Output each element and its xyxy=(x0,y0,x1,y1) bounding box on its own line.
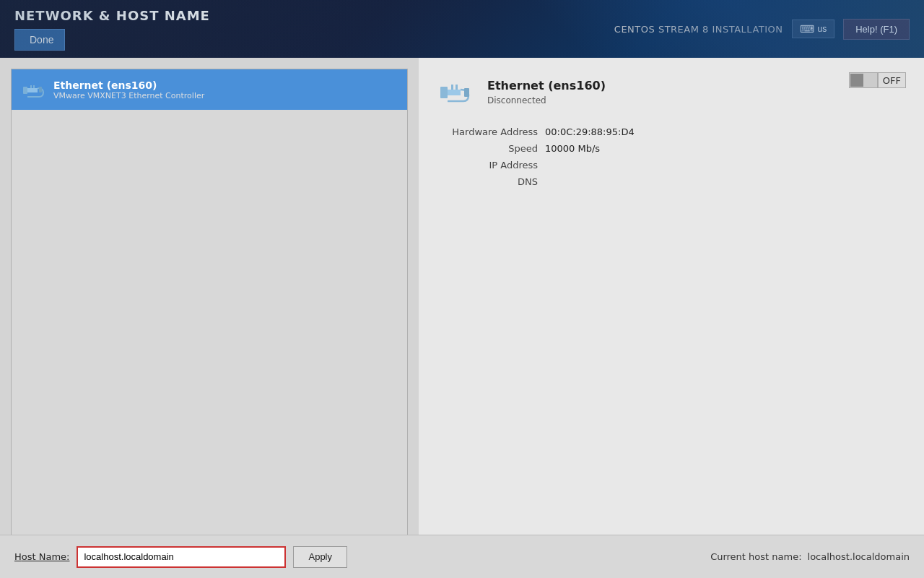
svg-rect-5 xyxy=(440,87,448,98)
current-hostname-label: Current host name: xyxy=(710,551,801,562)
hostname-input[interactable] xyxy=(77,546,286,568)
svg-rect-7 xyxy=(451,85,453,90)
svg-rect-9 xyxy=(464,88,469,97)
detail-table: Hardware Address 00:0C:29:88:95:D4 Speed… xyxy=(437,126,906,187)
page-title: NETWORK & HOST NAME xyxy=(14,8,210,23)
adapter-description: VMware VMXNET3 Ethernet Controller xyxy=(53,91,398,100)
adapter-detail-text: Ethernet (ens160) Disconnected xyxy=(487,79,606,105)
hostname-label-underline: H xyxy=(14,551,22,562)
adapter-detail-header: Ethernet (ens160) Disconnected OFF xyxy=(437,72,906,112)
keyboard-icon: ⌨ xyxy=(800,23,814,35)
apply-button[interactable]: Apply xyxy=(293,546,347,568)
right-panel: Ethernet (ens160) Disconnected OFF Hardw… xyxy=(419,58,924,578)
app-title: CENTOS STREAM 8 INSTALLATION xyxy=(614,24,783,35)
toggle-thumb xyxy=(850,74,863,87)
svg-rect-1 xyxy=(27,88,38,92)
current-hostname-container: Current host name: localhost.localdomain xyxy=(710,551,910,562)
header-left: NETWORK & HOST NAME Done xyxy=(14,8,210,51)
adapter-info-ens160: Ethernet (ens160) VMware VMXNET3 Etherne… xyxy=(53,79,398,100)
adapter-detail-name: Ethernet (ens160) xyxy=(487,79,606,92)
svg-rect-6 xyxy=(448,90,461,95)
adapter-item-ens160[interactable]: Ethernet (ens160) VMware VMXNET3 Etherne… xyxy=(12,69,407,110)
dns-value xyxy=(545,176,906,187)
bottom-bar: Host Name: Apply Current host name: loca… xyxy=(0,535,924,578)
left-panel: Ethernet (ens160) VMware VMXNET3 Etherne… xyxy=(0,58,419,578)
svg-rect-3 xyxy=(33,85,35,88)
header-right: CENTOS STREAM 8 INSTALLATION ⌨ us Help! … xyxy=(614,19,910,40)
adapter-icon-ens160 xyxy=(20,77,46,103)
dns-label: DNS xyxy=(437,176,538,187)
svg-rect-0 xyxy=(23,87,27,94)
speed-value: 10000 Mb/s xyxy=(545,143,906,154)
hardware-address-label: Hardware Address xyxy=(437,126,538,137)
hardware-address-value: 00:0C:29:88:95:D4 xyxy=(545,126,906,137)
hostname-label: Host Name: xyxy=(14,551,69,562)
keyboard-layout-button[interactable]: ⌨ us xyxy=(792,20,835,38)
adapter-detail-info: Ethernet (ens160) Disconnected xyxy=(437,72,606,112)
ip-address-label: IP Address xyxy=(437,160,538,171)
adapter-list: Ethernet (ens160) VMware VMXNET3 Etherne… xyxy=(11,69,408,541)
adapter-detail-icon xyxy=(437,72,476,112)
help-button[interactable]: Help! (F1) xyxy=(843,19,910,40)
speed-label: Speed xyxy=(437,143,538,154)
svg-rect-8 xyxy=(456,85,458,90)
header: NETWORK & HOST NAME Done CENTOS STREAM 8… xyxy=(0,0,924,58)
toggle-track[interactable] xyxy=(849,72,878,88)
adapter-name: Ethernet (ens160) xyxy=(53,79,398,91)
adapter-detail-status: Disconnected xyxy=(487,95,606,105)
toggle-label: OFF xyxy=(878,72,906,88)
main-content: Ethernet (ens160) VMware VMXNET3 Etherne… xyxy=(0,58,924,578)
adapter-toggle[interactable]: OFF xyxy=(849,72,906,88)
ip-address-value xyxy=(545,160,906,171)
svg-rect-2 xyxy=(30,85,32,88)
keyboard-layout-label: us xyxy=(818,24,827,34)
current-hostname-value: localhost.localdomain xyxy=(808,551,910,562)
svg-rect-4 xyxy=(39,87,42,92)
done-button[interactable]: Done xyxy=(14,29,65,51)
